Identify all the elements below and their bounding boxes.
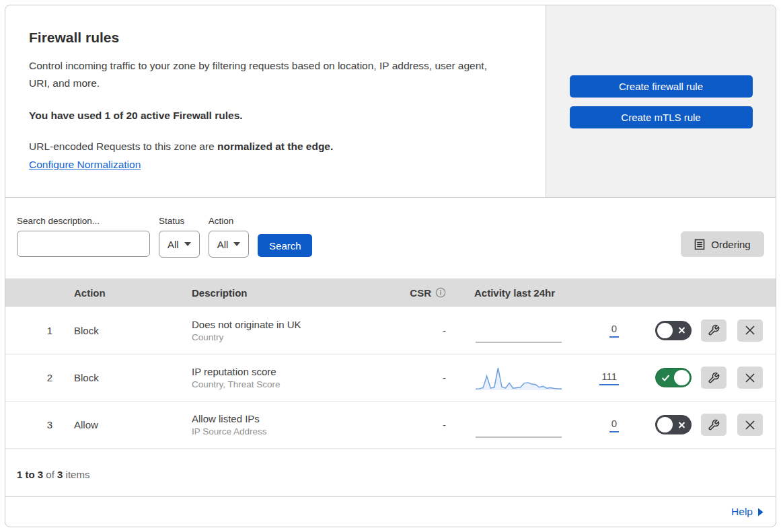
- table-row: 1 Block Does not originate in UK Country…: [5, 307, 776, 354]
- action-label: Action: [209, 216, 250, 226]
- activity-count-link[interactable]: 111: [599, 371, 619, 385]
- items-text: items: [63, 469, 89, 480]
- column-header-action: Action: [65, 287, 182, 299]
- filter-controls: Search description... Status All Action: [17, 216, 312, 258]
- rule-priority: 3: [5, 419, 65, 430]
- rule-enabled-toggle[interactable]: [655, 368, 692, 387]
- ordering-button-label: Ordering: [711, 239, 750, 250]
- toggle-check-icon: [661, 374, 670, 381]
- rule-priority: 2: [5, 372, 65, 383]
- rule-controls-cell: [624, 319, 776, 342]
- table-row: 2 Block IP reputation score Country, Thr…: [5, 354, 776, 401]
- rule-controls-cell: [624, 414, 776, 436]
- csr-label: CSR: [410, 287, 431, 299]
- rule-activity-cell: 111: [453, 365, 624, 391]
- delete-rule-button[interactable]: [737, 319, 763, 342]
- info-icon[interactable]: [435, 287, 446, 298]
- normalization-bold: normalized at the edge.: [217, 141, 333, 152]
- column-header-description: Description: [182, 287, 389, 299]
- rule-description: Allow listed IPs: [192, 413, 389, 424]
- chevron-down-icon: [233, 242, 240, 246]
- ordering-list-icon: [694, 239, 705, 250]
- column-header-activity: Activity last 24hr: [453, 287, 624, 299]
- normalization-note: URL-encoded Requests to this zone are no…: [29, 141, 519, 153]
- header-text-block: Firewall rules Control incoming traffic …: [5, 5, 546, 197]
- help-bar: Help: [5, 496, 776, 527]
- filter-toolbar: Search description... Status All Action: [5, 198, 776, 278]
- activity-sparkline: [476, 412, 562, 439]
- rule-description: Does not originate in UK: [192, 319, 389, 330]
- ordering-button[interactable]: Ordering: [681, 231, 764, 257]
- status-filter-group: Status All: [159, 216, 200, 258]
- usage-summary: You have used 1 of 20 active Firewall ru…: [29, 110, 519, 122]
- search-label: Search description...: [17, 216, 150, 226]
- status-selected-value: All: [168, 239, 179, 250]
- table-header-row: Action Description CSR Activity last 24h…: [5, 278, 776, 307]
- range-text: 1 to 3: [17, 469, 43, 480]
- create-firewall-rule-button[interactable]: Create firewall rule: [570, 75, 753, 98]
- activity-count-link[interactable]: 0: [609, 323, 619, 338]
- rule-fields: Country, Threat Score: [192, 379, 389, 389]
- rule-csr: -: [389, 419, 453, 430]
- close-icon: [745, 325, 755, 336]
- table-body: 1 Block Does not originate in UK Country…: [5, 307, 776, 449]
- firewall-rules-card: Firewall rules Control incoming traffic …: [5, 5, 776, 527]
- rule-fields: IP Source Address: [192, 426, 389, 436]
- pagination-summary: 1 to 3 of 3 items: [5, 449, 776, 496]
- close-icon: [745, 420, 755, 430]
- configure-normalization-link[interactable]: Configure Normalization: [29, 159, 141, 171]
- rule-enabled-toggle[interactable]: [655, 415, 692, 434]
- search-box: [17, 231, 150, 257]
- search-button[interactable]: Search: [258, 234, 312, 257]
- delete-rule-button[interactable]: [737, 367, 763, 389]
- rule-priority: 1: [5, 325, 65, 336]
- rule-enabled-toggle[interactable]: [655, 321, 692, 340]
- rule-controls-cell: [624, 367, 776, 389]
- help-link[interactable]: Help: [731, 506, 764, 518]
- rule-fields: Country: [192, 332, 389, 342]
- normalization-prefix: URL-encoded Requests to this zone are: [29, 141, 217, 152]
- wrench-icon: [708, 324, 720, 336]
- toggle-knob: [674, 370, 690, 385]
- column-header-csr: CSR: [389, 287, 453, 299]
- toggle-x-icon: [678, 327, 685, 334]
- toggle-knob: [657, 417, 673, 432]
- page-title: Firewall rules: [29, 30, 519, 46]
- create-mtls-rule-button[interactable]: Create mTLS rule: [570, 106, 753, 128]
- edit-rule-button[interactable]: [701, 414, 727, 436]
- help-label: Help: [731, 506, 753, 518]
- activity-sparkline: [476, 365, 562, 391]
- delete-rule-button[interactable]: [737, 414, 763, 436]
- wrench-icon: [708, 419, 720, 431]
- status-label: Status: [159, 216, 200, 226]
- table-row: 3 Allow Allow listed IPs IP Source Addre…: [5, 401, 776, 448]
- page-description: Control incoming traffic to your zone by…: [29, 57, 510, 92]
- action-selected-value: All: [217, 239, 229, 250]
- rule-activity-cell: 0: [453, 412, 624, 439]
- header-section: Firewall rules Control incoming traffic …: [5, 5, 776, 198]
- rule-description-cell: IP reputation score Country, Threat Scor…: [182, 366, 389, 389]
- rule-action: Allow: [65, 419, 182, 430]
- close-icon: [745, 373, 755, 383]
- edit-rule-button[interactable]: [701, 367, 727, 389]
- arrow-right-icon: [757, 508, 764, 517]
- action-select[interactable]: All: [209, 231, 250, 258]
- activity-count-link[interactable]: 0: [609, 418, 619, 432]
- status-select[interactable]: All: [159, 231, 200, 258]
- rule-action: Block: [65, 325, 182, 336]
- rule-action: Block: [65, 372, 182, 383]
- edit-rule-button[interactable]: [701, 319, 727, 342]
- wrench-icon: [708, 372, 720, 384]
- search-button-wrap: Search: [258, 216, 312, 257]
- rule-csr: -: [389, 372, 453, 383]
- search-input[interactable]: [30, 239, 151, 250]
- toggle-x-icon: [678, 421, 685, 428]
- activity-sparkline: [476, 317, 562, 344]
- toggle-knob: [657, 323, 673, 338]
- rule-csr: -: [389, 325, 453, 336]
- rule-description-cell: Does not originate in UK Country: [182, 319, 389, 342]
- rule-description-cell: Allow listed IPs IP Source Address: [182, 413, 389, 436]
- rule-activity-cell: 0: [453, 317, 624, 344]
- rule-description: IP reputation score: [192, 366, 389, 377]
- chevron-down-icon: [184, 242, 191, 246]
